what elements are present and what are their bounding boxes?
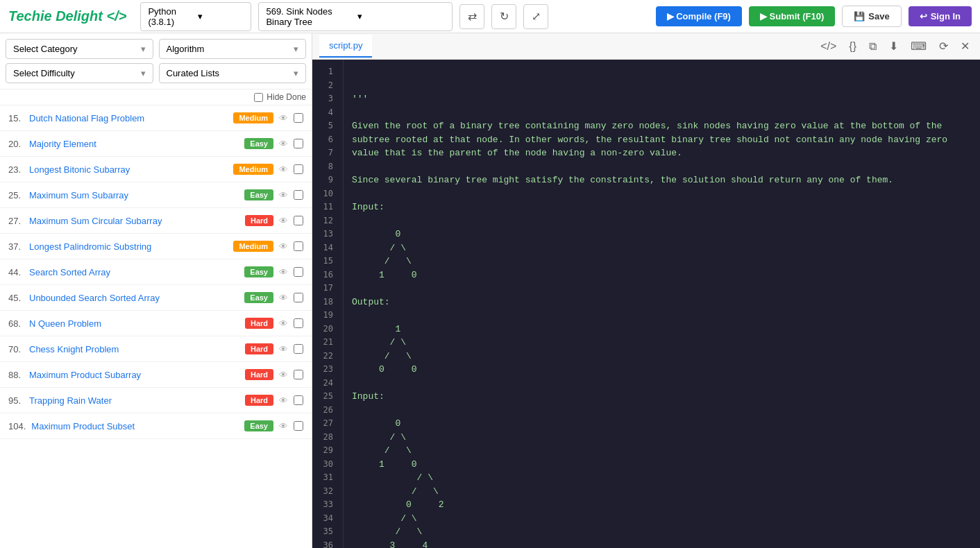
problem-link[interactable]: Maximum Sum Subarray: [29, 190, 239, 200]
line-number: 11: [312, 200, 337, 214]
signin-icon: ↩: [920, 11, 927, 22]
done-checkbox[interactable]: [294, 293, 303, 302]
keyboard-icon[interactable]: ⌨: [907, 38, 930, 54]
topbar: Techie Delight </> Python (3.8.1) ▾ 569.…: [0, 0, 980, 33]
problem-link[interactable]: Maximum Product Subarray: [29, 370, 239, 380]
close-icon[interactable]: ✕: [957, 38, 973, 54]
compile-button[interactable]: ▶ Compile (F9): [656, 6, 742, 26]
download-icon[interactable]: ⬇: [886, 38, 902, 54]
problem-link[interactable]: Majority Element: [29, 139, 239, 149]
problem-link[interactable]: Maximum Sum Circular Subarray: [29, 216, 239, 226]
sidebar: Select Category ▾ Algorithm ▾ Select Dif…: [0, 33, 312, 548]
difficulty-badge: Easy: [244, 189, 273, 200]
filter-row-category: Select Category ▾ Algorithm ▾: [6, 39, 306, 59]
problem-selector[interactable]: 569. Sink Nodes Binary Tree ▾: [258, 2, 453, 31]
line-number: 22: [312, 350, 337, 363]
problem-link[interactable]: Trapping Rain Water: [29, 395, 239, 406]
editor-toolbar: </> {} ⧉ ⬇ ⌨ ⟳ ✕: [817, 38, 973, 54]
code-line: [352, 377, 972, 391]
line-number: 28: [312, 431, 337, 445]
done-checkbox[interactable]: [294, 190, 303, 200]
eye-icon[interactable]: 👁: [279, 113, 288, 123]
done-checkbox[interactable]: [294, 216, 303, 225]
problem-link[interactable]: Dutch National Flag Problem: [29, 113, 228, 123]
format-icon[interactable]: {}: [845, 39, 860, 54]
done-checkbox[interactable]: [294, 241, 303, 251]
done-checkbox[interactable]: [294, 113, 303, 123]
line-number: 12: [312, 214, 337, 228]
code-content[interactable]: '''Given the root of a binary tree conta…: [344, 60, 980, 548]
done-checkbox[interactable]: [294, 395, 303, 405]
done-checkbox[interactable]: [294, 421, 303, 431]
embed-icon[interactable]: </>: [817, 39, 840, 54]
code-line: 3 4: [352, 539, 972, 549]
category-chevron: ▾: [141, 44, 146, 54]
eye-icon[interactable]: 👁: [279, 395, 288, 406]
code-line: / \: [352, 350, 972, 363]
hide-done-checkbox[interactable]: [254, 93, 263, 102]
eye-icon[interactable]: 👁: [279, 344, 288, 354]
code-line: [352, 309, 972, 323]
eye-icon[interactable]: 👁: [279, 164, 288, 175]
code-line: / \: [352, 431, 972, 445]
eye-icon[interactable]: 👁: [279, 241, 288, 252]
eye-icon[interactable]: 👁: [279, 370, 288, 380]
signin-button[interactable]: ↩ Sign In: [909, 6, 972, 26]
problem-number: 23.: [8, 164, 24, 175]
done-checkbox[interactable]: [294, 267, 303, 277]
language-selector[interactable]: Python (3.8.1) ▾: [140, 2, 251, 31]
code-line: Given the root of a binary tree containi…: [352, 119, 972, 133]
problem-number: 25.: [8, 190, 24, 200]
refresh-button[interactable]: ↻: [491, 4, 516, 29]
code-line: [352, 106, 972, 120]
list-item: 44.Search Sorted ArrayEasy👁: [0, 259, 312, 285]
line-number: 1: [312, 65, 337, 79]
line-number: 31: [312, 471, 337, 485]
category-select[interactable]: Select Category ▾: [6, 39, 153, 59]
problem-link[interactable]: Maximum Product Subset: [31, 421, 239, 431]
problem-number: 70.: [8, 344, 24, 354]
line-number: 6: [312, 133, 337, 147]
difficulty-badge: Medium: [233, 164, 273, 175]
line-number: 17: [312, 282, 337, 296]
line-number: 15: [312, 255, 337, 268]
copy-icon[interactable]: ⧉: [865, 39, 880, 54]
eye-icon[interactable]: 👁: [279, 216, 288, 226]
difficulty-select[interactable]: Select Difficulty ▾: [6, 63, 153, 83]
done-checkbox[interactable]: [294, 318, 303, 328]
problem-link[interactable]: Longest Palindromic Substring: [29, 241, 228, 252]
problem-link[interactable]: Chess Knight Problem: [29, 344, 239, 354]
problem-number: 15.: [8, 113, 24, 123]
line-number: 9: [312, 173, 337, 187]
problem-link[interactable]: Longest Bitonic Subarray: [29, 164, 228, 175]
code-line: / \: [352, 241, 972, 255]
external-link-button[interactable]: ⤢: [523, 4, 548, 29]
done-checkbox[interactable]: [294, 139, 303, 148]
done-checkbox[interactable]: [294, 164, 303, 174]
save-button[interactable]: 💾 Save: [842, 6, 901, 27]
shuffle-button[interactable]: ⇄: [459, 4, 484, 29]
problem-number: 27.: [8, 216, 24, 226]
language-value: Python (3.8.1): [148, 6, 194, 27]
algorithm-select[interactable]: Algorithm ▾: [159, 39, 307, 59]
list-item: 27.Maximum Sum Circular SubarrayHard👁: [0, 208, 312, 234]
eye-icon[interactable]: 👁: [279, 267, 288, 277]
code-line: Input:: [352, 390, 972, 404]
problem-link[interactable]: Search Sorted Array: [29, 267, 239, 277]
code-line: 1 0: [352, 268, 972, 282]
done-checkbox[interactable]: [294, 344, 303, 354]
done-checkbox[interactable]: [294, 370, 303, 379]
curated-lists-select[interactable]: Curated Lists ▾: [159, 63, 307, 83]
line-number: 32: [312, 485, 337, 499]
eye-icon[interactable]: 👁: [279, 190, 288, 200]
problem-link[interactable]: N Queen Problem: [29, 318, 239, 329]
eye-icon[interactable]: 👁: [279, 293, 288, 303]
code-line: [352, 404, 972, 418]
eye-icon[interactable]: 👁: [279, 318, 288, 329]
settings-icon[interactable]: ⟳: [936, 38, 952, 54]
problem-link[interactable]: Unbounded Search Sorted Array: [29, 293, 239, 303]
eye-icon[interactable]: 👁: [279, 421, 288, 431]
tab-script-py[interactable]: script.py: [319, 35, 372, 58]
eye-icon[interactable]: 👁: [279, 139, 288, 149]
submit-button[interactable]: ▶ Submit (F10): [749, 6, 835, 26]
